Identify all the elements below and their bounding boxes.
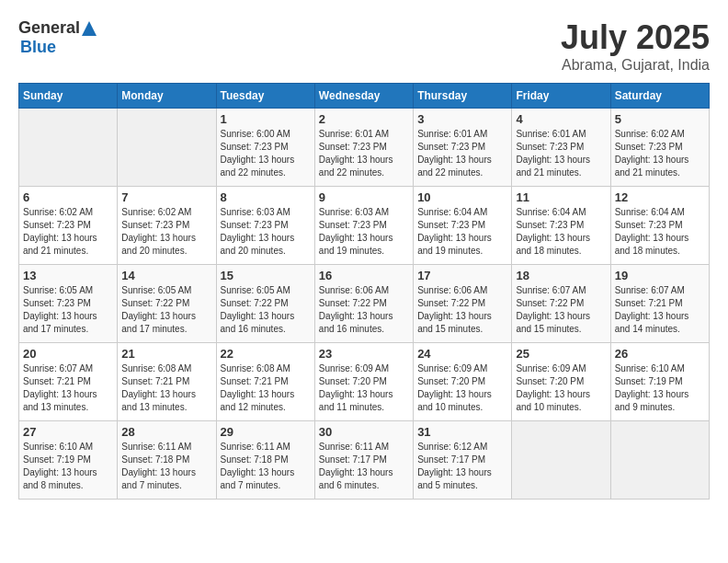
weekday-header-thursday: Thursday — [414, 84, 512, 109]
day-info: Sunrise: 6:08 AM Sunset: 7:21 PM Dayligh… — [121, 362, 211, 414]
calendar-week-row: 6Sunrise: 6:02 AM Sunset: 7:23 PM Daylig… — [19, 187, 710, 265]
calendar-body: 1Sunrise: 6:00 AM Sunset: 7:23 PM Daylig… — [19, 109, 710, 500]
calendar-cell: 9Sunrise: 6:03 AM Sunset: 7:23 PM Daylig… — [314, 187, 413, 265]
calendar-cell: 30Sunrise: 6:11 AM Sunset: 7:17 PM Dayli… — [314, 421, 413, 500]
calendar-cell: 11Sunrise: 6:04 AM Sunset: 7:23 PM Dayli… — [512, 187, 610, 265]
day-number: 29 — [221, 425, 311, 439]
calendar-week-row: 20Sunrise: 6:07 AM Sunset: 7:21 PM Dayli… — [19, 343, 710, 421]
calendar-cell: 18Sunrise: 6:07 AM Sunset: 7:22 PM Dayli… — [512, 265, 610, 343]
calendar-cell: 3Sunrise: 6:01 AM Sunset: 7:23 PM Daylig… — [414, 109, 512, 187]
svg-marker-0 — [82, 21, 97, 36]
day-info: Sunrise: 6:02 AM Sunset: 7:23 PM Dayligh… — [23, 206, 113, 258]
day-number: 11 — [516, 190, 606, 204]
weekday-header-tuesday: Tuesday — [216, 84, 314, 109]
day-number: 15 — [221, 269, 311, 282]
day-info: Sunrise: 6:05 AM Sunset: 7:23 PM Dayligh… — [23, 284, 113, 336]
calendar-cell: 19Sunrise: 6:07 AM Sunset: 7:21 PM Dayli… — [610, 265, 709, 343]
calendar-location: Abrama, Gujarat, India — [561, 57, 710, 74]
day-info: Sunrise: 6:08 AM Sunset: 7:21 PM Dayligh… — [221, 362, 311, 414]
day-info: Sunrise: 6:02 AM Sunset: 7:23 PM Dayligh… — [121, 206, 211, 258]
calendar-cell — [610, 421, 709, 500]
weekday-header-sunday: Sunday — [19, 84, 118, 109]
calendar-week-row: 1Sunrise: 6:00 AM Sunset: 7:23 PM Daylig… — [19, 109, 710, 187]
day-info: Sunrise: 6:09 AM Sunset: 7:20 PM Dayligh… — [417, 362, 507, 414]
day-number: 25 — [516, 347, 606, 361]
weekday-header-row: SundayMondayTuesdayWednesdayThursdayFrid… — [19, 84, 710, 109]
calendar-week-row: 27Sunrise: 6:10 AM Sunset: 7:19 PM Dayli… — [19, 421, 710, 500]
day-info: Sunrise: 6:00 AM Sunset: 7:23 PM Dayligh… — [221, 128, 311, 179]
day-number: 23 — [319, 347, 409, 361]
calendar-cell — [19, 109, 118, 187]
logo: General Blue — [18, 18, 98, 57]
day-info: Sunrise: 6:04 AM Sunset: 7:23 PM Dayligh… — [417, 206, 507, 258]
day-number: 17 — [417, 269, 507, 282]
calendar-cell: 7Sunrise: 6:02 AM Sunset: 7:23 PM Daylig… — [118, 187, 216, 265]
day-number: 18 — [516, 269, 606, 282]
day-number: 7 — [121, 190, 211, 204]
day-info: Sunrise: 6:01 AM Sunset: 7:23 PM Dayligh… — [417, 128, 507, 179]
calendar-cell: 8Sunrise: 6:03 AM Sunset: 7:23 PM Daylig… — [216, 187, 314, 265]
day-info: Sunrise: 6:09 AM Sunset: 7:20 PM Dayligh… — [319, 362, 409, 414]
day-info: Sunrise: 6:01 AM Sunset: 7:23 PM Dayligh… — [516, 128, 606, 179]
day-info: Sunrise: 6:03 AM Sunset: 7:23 PM Dayligh… — [221, 206, 311, 258]
day-number: 4 — [516, 112, 606, 126]
day-number: 5 — [615, 112, 705, 126]
calendar-cell: 23Sunrise: 6:09 AM Sunset: 7:20 PM Dayli… — [314, 343, 413, 421]
calendar-title-block: July 2025 Abrama, Gujarat, India — [561, 18, 710, 74]
calendar-cell: 29Sunrise: 6:11 AM Sunset: 7:18 PM Dayli… — [216, 421, 314, 500]
calendar-cell: 10Sunrise: 6:04 AM Sunset: 7:23 PM Dayli… — [414, 187, 512, 265]
calendar-cell: 21Sunrise: 6:08 AM Sunset: 7:21 PM Dayli… — [118, 343, 216, 421]
calendar-cell: 24Sunrise: 6:09 AM Sunset: 7:20 PM Dayli… — [414, 343, 512, 421]
day-info: Sunrise: 6:11 AM Sunset: 7:18 PM Dayligh… — [121, 441, 211, 492]
calendar-cell: 5Sunrise: 6:02 AM Sunset: 7:23 PM Daylig… — [610, 109, 709, 187]
calendar-cell: 17Sunrise: 6:06 AM Sunset: 7:22 PM Dayli… — [414, 265, 512, 343]
day-number: 31 — [417, 425, 507, 439]
calendar-cell: 22Sunrise: 6:08 AM Sunset: 7:21 PM Dayli… — [216, 343, 314, 421]
day-number: 1 — [221, 112, 311, 126]
calendar-cell: 15Sunrise: 6:05 AM Sunset: 7:22 PM Dayli… — [216, 265, 314, 343]
day-number: 20 — [23, 347, 113, 361]
logo-general: General — [18, 18, 80, 38]
calendar-cell: 1Sunrise: 6:00 AM Sunset: 7:23 PM Daylig… — [216, 109, 314, 187]
weekday-header-wednesday: Wednesday — [314, 84, 413, 109]
calendar-cell: 12Sunrise: 6:04 AM Sunset: 7:23 PM Dayli… — [610, 187, 709, 265]
day-number: 24 — [417, 347, 507, 361]
calendar-header: SundayMondayTuesdayWednesdayThursdayFrid… — [19, 84, 710, 109]
day-info: Sunrise: 6:11 AM Sunset: 7:17 PM Dayligh… — [319, 441, 409, 492]
day-number: 3 — [417, 112, 507, 126]
calendar-cell: 26Sunrise: 6:10 AM Sunset: 7:19 PM Dayli… — [610, 343, 709, 421]
day-info: Sunrise: 6:05 AM Sunset: 7:22 PM Dayligh… — [221, 284, 311, 336]
day-info: Sunrise: 6:07 AM Sunset: 7:21 PM Dayligh… — [615, 284, 705, 336]
day-info: Sunrise: 6:04 AM Sunset: 7:23 PM Dayligh… — [615, 206, 705, 258]
day-number: 9 — [319, 190, 409, 204]
day-info: Sunrise: 6:02 AM Sunset: 7:23 PM Dayligh… — [615, 128, 705, 179]
calendar-cell: 16Sunrise: 6:06 AM Sunset: 7:22 PM Dayli… — [314, 265, 413, 343]
day-number: 12 — [615, 190, 705, 204]
weekday-header-friday: Friday — [512, 84, 610, 109]
day-number: 6 — [23, 190, 113, 204]
weekday-header-saturday: Saturday — [610, 84, 709, 109]
day-info: Sunrise: 6:03 AM Sunset: 7:23 PM Dayligh… — [319, 206, 409, 258]
day-number: 26 — [615, 347, 705, 361]
day-info: Sunrise: 6:04 AM Sunset: 7:23 PM Dayligh… — [516, 206, 606, 258]
day-info: Sunrise: 6:11 AM Sunset: 7:18 PM Dayligh… — [221, 441, 311, 492]
day-number: 14 — [121, 269, 211, 282]
calendar-cell: 28Sunrise: 6:11 AM Sunset: 7:18 PM Dayli… — [118, 421, 216, 500]
calendar-cell — [512, 421, 610, 500]
day-number: 30 — [319, 425, 409, 439]
calendar-cell: 14Sunrise: 6:05 AM Sunset: 7:22 PM Dayli… — [118, 265, 216, 343]
calendar-cell: 6Sunrise: 6:02 AM Sunset: 7:23 PM Daylig… — [19, 187, 118, 265]
day-number: 19 — [615, 269, 705, 282]
logo-blue: Blue — [20, 38, 98, 57]
day-number: 10 — [417, 190, 507, 204]
day-number: 13 — [23, 269, 113, 282]
day-info: Sunrise: 6:06 AM Sunset: 7:22 PM Dayligh… — [319, 284, 409, 336]
day-number: 28 — [121, 425, 211, 439]
calendar-cell: 31Sunrise: 6:12 AM Sunset: 7:17 PM Dayli… — [414, 421, 512, 500]
calendar-cell: 27Sunrise: 6:10 AM Sunset: 7:19 PM Dayli… — [19, 421, 118, 500]
day-info: Sunrise: 6:10 AM Sunset: 7:19 PM Dayligh… — [615, 362, 705, 414]
calendar-cell: 20Sunrise: 6:07 AM Sunset: 7:21 PM Dayli… — [19, 343, 118, 421]
day-number: 2 — [319, 112, 409, 126]
day-number: 8 — [221, 190, 311, 204]
day-info: Sunrise: 6:07 AM Sunset: 7:22 PM Dayligh… — [516, 284, 606, 336]
